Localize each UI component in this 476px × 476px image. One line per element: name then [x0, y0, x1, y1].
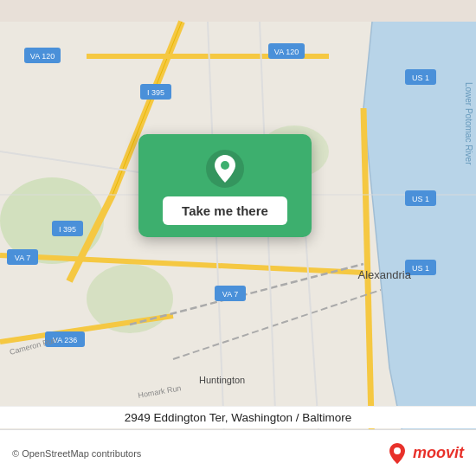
svg-text:VA 7: VA 7: [15, 254, 30, 262]
osm-attribution: © OpenStreetMap contributors: [12, 448, 141, 459]
moovit-pin-icon: [385, 441, 409, 466]
svg-text:US 1: US 1: [412, 74, 429, 82]
location-card: Take me there: [138, 134, 312, 237]
location-pin-icon: [206, 150, 244, 188]
svg-text:VA 120: VA 120: [30, 52, 55, 61]
svg-text:I 395: I 395: [147, 88, 164, 97]
bottom-bar: © OpenStreetMap contributors moovit: [0, 429, 476, 476]
svg-point-44: [394, 447, 401, 454]
svg-point-43: [221, 161, 229, 170]
moovit-text: moovit: [413, 444, 464, 462]
moovit-logo: moovit: [385, 441, 464, 466]
take-me-there-button[interactable]: Take me there: [163, 196, 287, 225]
svg-text:VA 7: VA 7: [222, 290, 238, 299]
river-label: Lower Potomac River: [465, 82, 474, 165]
alexandria-label: Alexandria: [358, 268, 411, 281]
svg-text:VA 120: VA 120: [274, 48, 299, 56]
map-container: VA 120 VA 120 US 1 I 395 VA 7 I 395 US 1…: [0, 0, 476, 476]
map-background: VA 120 VA 120 US 1 I 395 VA 7 I 395 US 1…: [0, 0, 476, 476]
svg-text:US 1: US 1: [412, 264, 429, 273]
huntington-label: Huntington: [199, 375, 245, 385]
svg-text:I 395: I 395: [59, 225, 76, 234]
address-line: 2949 Eddington Ter, Washington / Baltimo…: [0, 406, 476, 428]
svg-text:US 1: US 1: [412, 195, 429, 203]
